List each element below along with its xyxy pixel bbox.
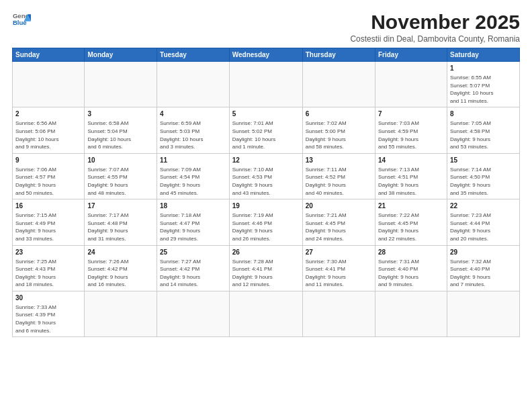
day-cell: 11Sunrise: 7:09 AM Sunset: 4:54 PM Dayli… xyxy=(157,153,230,199)
calendar: Sunday Monday Tuesday Wednesday Thursday… xyxy=(12,48,520,337)
day-info: Sunrise: 7:10 AM Sunset: 4:53 PM Dayligh… xyxy=(232,166,300,197)
day-info: Sunrise: 7:22 AM Sunset: 4:45 PM Dayligh… xyxy=(378,212,444,242)
day-cell: 14Sunrise: 7:13 AM Sunset: 4:51 PM Dayli… xyxy=(375,153,447,199)
day-number: 11 xyxy=(160,156,226,165)
day-cell xyxy=(157,291,230,336)
week-row-5: 23Sunrise: 7:25 AM Sunset: 4:43 PM Dayli… xyxy=(13,245,520,291)
col-friday: Friday xyxy=(375,48,447,62)
day-number: 18 xyxy=(160,201,226,211)
day-number: 2 xyxy=(15,109,81,119)
col-sunday: Sunday xyxy=(13,48,85,62)
day-cell xyxy=(85,62,157,107)
day-number: 23 xyxy=(15,248,81,257)
day-number: 29 xyxy=(450,248,517,257)
day-cell: 15Sunrise: 7:14 AM Sunset: 4:50 PM Dayli… xyxy=(447,153,519,199)
day-cell: 19Sunrise: 7:19 AM Sunset: 4:46 PM Dayli… xyxy=(229,199,302,245)
day-cell xyxy=(302,62,375,107)
day-info: Sunrise: 6:56 AM Sunset: 5:06 PM Dayligh… xyxy=(15,120,81,150)
day-number: 10 xyxy=(87,156,154,165)
header-row: Sunday Monday Tuesday Wednesday Thursday… xyxy=(13,48,520,62)
day-cell xyxy=(229,62,302,107)
day-cell: 3Sunrise: 6:58 AM Sunset: 5:04 PM Daylig… xyxy=(85,107,157,153)
day-cell xyxy=(302,291,375,336)
day-info: Sunrise: 6:59 AM Sunset: 5:03 PM Dayligh… xyxy=(160,120,226,150)
day-info: Sunrise: 7:32 AM Sunset: 4:40 PM Dayligh… xyxy=(450,258,517,289)
day-cell: 29Sunrise: 7:32 AM Sunset: 4:40 PM Dayli… xyxy=(447,245,519,291)
day-info: Sunrise: 7:33 AM Sunset: 4:39 PM Dayligh… xyxy=(15,304,81,334)
day-cell: 6Sunrise: 7:02 AM Sunset: 5:00 PM Daylig… xyxy=(302,107,375,153)
day-number: 3 xyxy=(87,109,154,119)
col-thursday: Thursday xyxy=(302,48,375,62)
day-cell xyxy=(447,291,519,336)
day-number: 22 xyxy=(450,201,517,211)
day-cell: 5Sunrise: 7:01 AM Sunset: 5:02 PM Daylig… xyxy=(229,107,302,153)
day-number: 7 xyxy=(378,109,444,119)
day-number: 24 xyxy=(87,248,154,257)
day-number: 6 xyxy=(306,109,372,119)
day-info: Sunrise: 7:07 AM Sunset: 4:55 PM Dayligh… xyxy=(87,166,154,197)
day-info: Sunrise: 7:06 AM Sunset: 4:57 PM Dayligh… xyxy=(15,166,81,197)
page: General Blue November 2025 Costestii din… xyxy=(0,0,532,411)
day-cell: 21Sunrise: 7:22 AM Sunset: 4:45 PM Dayli… xyxy=(375,199,447,245)
day-number: 1 xyxy=(450,64,517,73)
day-info: Sunrise: 7:11 AM Sunset: 4:52 PM Dayligh… xyxy=(306,166,372,197)
day-number: 21 xyxy=(378,201,444,211)
day-cell xyxy=(375,291,447,336)
day-cell: 18Sunrise: 7:18 AM Sunset: 4:47 PM Dayli… xyxy=(157,199,230,245)
day-number: 14 xyxy=(378,156,444,165)
title-area: November 2025 Costestii din Deal, Dambov… xyxy=(350,11,520,44)
header: General Blue November 2025 Costestii din… xyxy=(12,11,520,44)
day-info: Sunrise: 7:19 AM Sunset: 4:46 PM Dayligh… xyxy=(232,212,300,242)
day-info: Sunrise: 7:26 AM Sunset: 4:42 PM Dayligh… xyxy=(87,258,154,289)
day-info: Sunrise: 7:14 AM Sunset: 4:50 PM Dayligh… xyxy=(450,166,517,197)
day-cell: 7Sunrise: 7:03 AM Sunset: 4:59 PM Daylig… xyxy=(375,107,447,153)
day-cell: 1Sunrise: 6:55 AM Sunset: 5:07 PM Daylig… xyxy=(447,62,519,107)
day-number: 19 xyxy=(232,201,300,211)
day-number: 27 xyxy=(306,248,372,257)
week-row-4: 16Sunrise: 7:15 AM Sunset: 4:49 PM Dayli… xyxy=(13,199,520,245)
day-cell: 23Sunrise: 7:25 AM Sunset: 4:43 PM Dayli… xyxy=(13,245,85,291)
day-number: 5 xyxy=(232,109,300,119)
day-number: 16 xyxy=(15,201,81,211)
day-info: Sunrise: 7:03 AM Sunset: 4:59 PM Dayligh… xyxy=(378,120,444,150)
day-number: 9 xyxy=(15,156,81,165)
day-cell: 26Sunrise: 7:28 AM Sunset: 4:41 PM Dayli… xyxy=(229,245,302,291)
day-info: Sunrise: 7:18 AM Sunset: 4:47 PM Dayligh… xyxy=(160,212,226,242)
day-number: 30 xyxy=(15,293,81,303)
day-number: 17 xyxy=(87,201,154,211)
day-info: Sunrise: 7:28 AM Sunset: 4:41 PM Dayligh… xyxy=(232,258,300,289)
day-info: Sunrise: 7:25 AM Sunset: 4:43 PM Dayligh… xyxy=(15,258,81,289)
day-cell xyxy=(375,62,447,107)
day-cell: 16Sunrise: 7:15 AM Sunset: 4:49 PM Dayli… xyxy=(13,199,85,245)
logo-icon: General Blue xyxy=(12,11,31,30)
day-info: Sunrise: 7:13 AM Sunset: 4:51 PM Dayligh… xyxy=(378,166,444,197)
day-cell: 10Sunrise: 7:07 AM Sunset: 4:55 PM Dayli… xyxy=(85,153,157,199)
day-cell: 24Sunrise: 7:26 AM Sunset: 4:42 PM Dayli… xyxy=(85,245,157,291)
day-cell: 12Sunrise: 7:10 AM Sunset: 4:53 PM Dayli… xyxy=(229,153,302,199)
day-info: Sunrise: 7:01 AM Sunset: 5:02 PM Dayligh… xyxy=(232,120,300,150)
day-number: 26 xyxy=(232,248,300,257)
logo: General Blue xyxy=(12,11,31,30)
day-number: 4 xyxy=(160,109,226,119)
day-cell: 17Sunrise: 7:17 AM Sunset: 4:48 PM Dayli… xyxy=(85,199,157,245)
day-cell xyxy=(157,62,230,107)
day-cell: 27Sunrise: 7:30 AM Sunset: 4:41 PM Dayli… xyxy=(302,245,375,291)
month-title: November 2025 xyxy=(350,11,520,33)
day-info: Sunrise: 6:55 AM Sunset: 5:07 PM Dayligh… xyxy=(450,74,517,105)
day-cell: 8Sunrise: 7:05 AM Sunset: 4:58 PM Daylig… xyxy=(447,107,519,153)
day-cell: 22Sunrise: 7:23 AM Sunset: 4:44 PM Dayli… xyxy=(447,199,519,245)
day-number: 8 xyxy=(450,109,517,119)
day-info: Sunrise: 7:17 AM Sunset: 4:48 PM Dayligh… xyxy=(87,212,154,242)
day-cell xyxy=(85,291,157,336)
col-monday: Monday xyxy=(85,48,157,62)
day-info: Sunrise: 7:27 AM Sunset: 4:42 PM Dayligh… xyxy=(160,258,226,289)
day-cell: 28Sunrise: 7:31 AM Sunset: 4:40 PM Dayli… xyxy=(375,245,447,291)
day-cell: 25Sunrise: 7:27 AM Sunset: 4:42 PM Dayli… xyxy=(157,245,230,291)
day-number: 13 xyxy=(306,156,372,165)
col-saturday: Saturday xyxy=(447,48,519,62)
week-row-1: 1Sunrise: 6:55 AM Sunset: 5:07 PM Daylig… xyxy=(13,62,520,107)
day-number: 25 xyxy=(160,248,226,257)
day-cell: 9Sunrise: 7:06 AM Sunset: 4:57 PM Daylig… xyxy=(13,153,85,199)
day-info: Sunrise: 7:09 AM Sunset: 4:54 PM Dayligh… xyxy=(160,166,226,197)
day-number: 15 xyxy=(450,156,517,165)
